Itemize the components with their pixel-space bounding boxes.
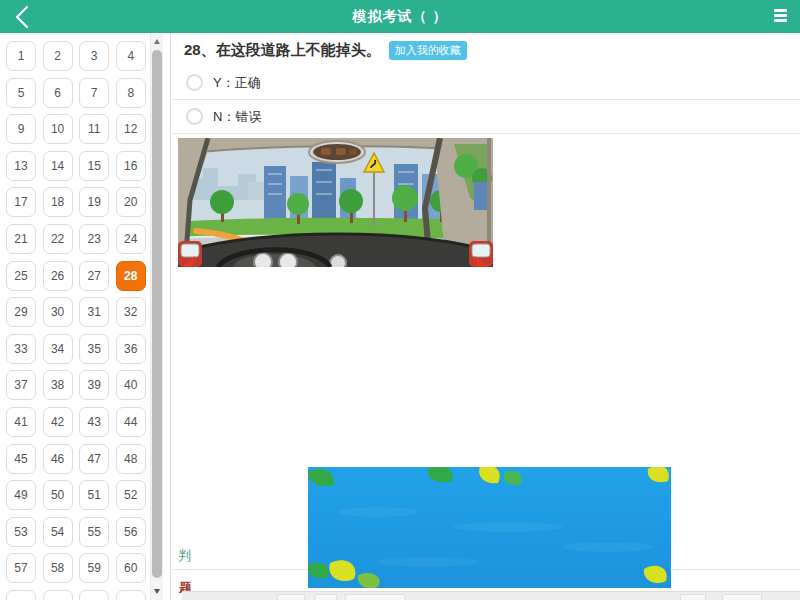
question-number-button[interactable]: 12 [116, 114, 146, 144]
option-label: Y：正确 [213, 74, 261, 92]
bottom-bar-item [315, 594, 337, 600]
question-number-button[interactable]: 31 [79, 297, 109, 327]
scroll-up-icon[interactable] [154, 39, 160, 44]
question-number-button[interactable]: 15 [79, 151, 109, 181]
question-number-button[interactable]: 36 [116, 334, 146, 364]
question-number-button[interactable]: 19 [79, 187, 109, 217]
question-number-button[interactable]: 6 [43, 78, 73, 108]
question-number-button[interactable]: 37 [6, 370, 36, 400]
question-number-button[interactable]: 52 [116, 480, 146, 510]
question-number-button[interactable]: 47 [79, 444, 109, 474]
question-number-button[interactable]: 62 [43, 590, 73, 600]
question-number-grid: 1234567891011121314151617181920212223242… [6, 41, 147, 600]
question-number-button[interactable]: 58 [43, 553, 73, 583]
question-number-button[interactable]: 53 [6, 517, 36, 547]
scroll-down-icon[interactable] [154, 589, 160, 594]
question-number-button[interactable]: 27 [79, 261, 109, 291]
scrollbar-thumb[interactable] [152, 50, 162, 578]
question-illustration [178, 138, 493, 267]
question-number-button[interactable]: 41 [6, 407, 36, 437]
question-number-button[interactable]: 57 [6, 553, 36, 583]
back-chevron-icon [8, 2, 38, 32]
question-number-button[interactable]: 56 [116, 517, 146, 547]
question-number-button[interactable]: 42 [43, 407, 73, 437]
question-number-button[interactable]: 16 [116, 151, 146, 181]
radio-icon[interactable] [186, 108, 203, 125]
question-number-button[interactable]: 38 [43, 370, 73, 400]
question-number-button[interactable]: 25 [6, 261, 36, 291]
question-number-button[interactable]: 9 [6, 114, 36, 144]
bottom-bar-item [722, 594, 762, 600]
question-number-button[interactable]: 1 [6, 41, 36, 71]
hamburger-bar [774, 14, 787, 17]
question-number-button[interactable]: 18 [43, 187, 73, 217]
hamburger-bar [774, 9, 787, 12]
question-type-label-partial: 判 [178, 547, 191, 565]
question-number-button[interactable]: 23 [79, 224, 109, 254]
question-number-button[interactable]: 7 [79, 78, 109, 108]
question-number-button[interactable]: 45 [6, 444, 36, 474]
question-number-button[interactable]: 64 [116, 590, 146, 600]
question-number-button[interactable]: 59 [79, 553, 109, 583]
option-label: N：错误 [213, 108, 261, 126]
question-number-button[interactable]: 28 [116, 261, 146, 291]
question-number-button[interactable]: 20 [116, 187, 146, 217]
question-number-button[interactable]: 39 [79, 370, 109, 400]
sidebar-scrollbar[interactable] [150, 33, 163, 600]
hamburger-bar [774, 19, 787, 22]
question-number-button[interactable]: 61 [6, 590, 36, 600]
question-number-sidebar: 1234567891011121314151617181920212223242… [0, 33, 171, 600]
question-number-button[interactable]: 5 [6, 78, 36, 108]
option-row-wrong[interactable]: N：错误 [172, 100, 800, 134]
back-button[interactable] [8, 2, 38, 32]
question-number-button[interactable]: 60 [116, 553, 146, 583]
question-title-row: 28、在这段道路上不能掉头。 加入我的收藏 [172, 33, 800, 66]
question-number-button[interactable]: 34 [43, 334, 73, 364]
question-number-button[interactable]: 32 [116, 297, 146, 327]
question-number-button[interactable]: 43 [79, 407, 109, 437]
question-number-button[interactable]: 26 [43, 261, 73, 291]
page-title: 模拟考试（ ） [353, 8, 448, 26]
question-number-button[interactable]: 63 [79, 590, 109, 600]
question-number-button[interactable]: 4 [116, 41, 146, 71]
question-number-button[interactable]: 11 [79, 114, 109, 144]
question-number-button[interactable]: 14 [43, 151, 73, 181]
question-number-button[interactable]: 24 [116, 224, 146, 254]
bottom-bar-item [345, 594, 405, 600]
option-row-correct[interactable]: Y：正确 [172, 66, 800, 100]
ad-banner[interactable] [308, 467, 671, 588]
question-number-button[interactable]: 22 [43, 224, 73, 254]
bottom-bar [182, 591, 800, 600]
question-title: 28、在这段道路上不能掉头。 [184, 41, 381, 60]
header-bar: 模拟考试（ ） [0, 0, 800, 33]
question-number-button[interactable]: 51 [79, 480, 109, 510]
question-number-button[interactable]: 3 [79, 41, 109, 71]
add-favorite-button[interactable]: 加入我的收藏 [389, 41, 467, 60]
question-number-button[interactable]: 33 [6, 334, 36, 364]
question-number-button[interactable]: 21 [6, 224, 36, 254]
question-number-button[interactable]: 49 [6, 480, 36, 510]
app-window: 模拟考试（ ） 12345678910111213141516171819202… [0, 0, 800, 600]
question-number-button[interactable]: 30 [43, 297, 73, 327]
question-number-button[interactable]: 40 [116, 370, 146, 400]
bottom-bar-item [277, 594, 305, 600]
question-number-button[interactable]: 2 [43, 41, 73, 71]
question-number-button[interactable]: 17 [6, 187, 36, 217]
question-number-button[interactable]: 48 [116, 444, 146, 474]
hamburger-menu-button[interactable] [774, 9, 788, 24]
bottom-bar-item [680, 594, 706, 600]
question-number-button[interactable]: 13 [6, 151, 36, 181]
question-number-button[interactable]: 54 [43, 517, 73, 547]
question-number-button[interactable]: 35 [79, 334, 109, 364]
ad-banner-graphic [308, 467, 671, 588]
question-number-button[interactable]: 29 [6, 297, 36, 327]
question-number-button[interactable]: 55 [79, 517, 109, 547]
question-number-button[interactable]: 8 [116, 78, 146, 108]
radio-icon[interactable] [186, 74, 203, 91]
question-number-button[interactable]: 50 [43, 480, 73, 510]
question-number-button[interactable]: 10 [43, 114, 73, 144]
question-number-button[interactable]: 46 [43, 444, 73, 474]
question-number-button[interactable]: 44 [116, 407, 146, 437]
